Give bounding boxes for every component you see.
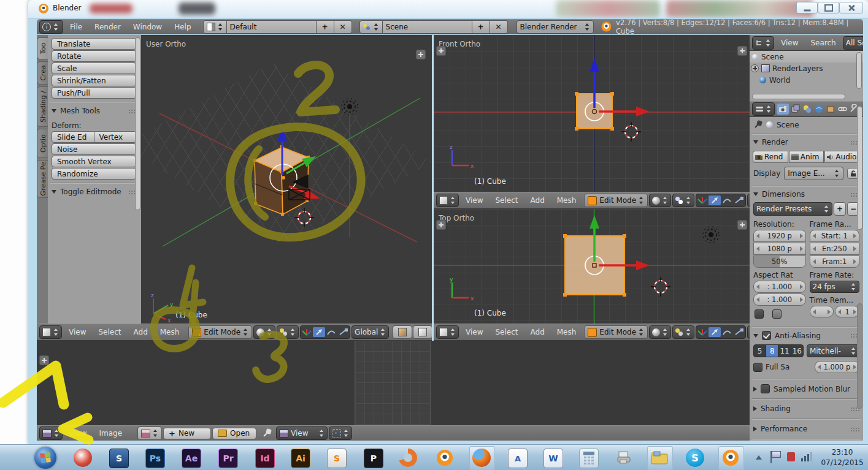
mode-dropdown[interactable]: Edit Mode	[584, 194, 648, 207]
viewport-shading-dropdown[interactable]	[253, 325, 275, 339]
action-center-flag-icon[interactable]	[770, 451, 772, 463]
editor-type-button[interactable]	[436, 194, 459, 207]
shrink-fatten-button[interactable]: Shrink/Fatten	[52, 75, 136, 86]
menu-file[interactable]: File	[64, 23, 88, 31]
tab-render-layers[interactable]	[791, 104, 801, 114]
viewport-top-ortho[interactable]: y x Top Ortho (1) Cube	[434, 209, 750, 324]
properties-scrollbar[interactable]	[857, 106, 862, 230]
editor-type-button[interactable]	[39, 325, 62, 339]
tab-shading[interactable]: Shading /	[37, 86, 48, 127]
manipulator-axes-icon[interactable]	[696, 195, 709, 205]
region-expand-icon[interactable]	[436, 46, 446, 56]
editor-type-button[interactable]	[752, 36, 774, 50]
editor-type-button[interactable]	[752, 102, 775, 116]
screen-layout-icon-button[interactable]	[203, 20, 227, 34]
frame-start-field[interactable]: Start: 1	[810, 230, 859, 242]
translate-manipulator-icon[interactable]	[709, 327, 721, 337]
blender-active-icon[interactable]	[721, 449, 740, 467]
transform-orientation-dropdown[interactable]: Global	[351, 325, 389, 339]
rotate-manipulator-icon[interactable]	[325, 327, 337, 337]
region-expand-icon[interactable]	[416, 50, 426, 59]
mesh-menu[interactable]: Mesh	[551, 196, 582, 205]
uv-pivot-dropdown[interactable]	[329, 426, 352, 440]
tab-world[interactable]	[814, 104, 824, 114]
resolution-y-field[interactable]: 1080 p	[753, 243, 806, 255]
mesh-tools-panel-header[interactable]: Mesh Tools	[48, 105, 141, 116]
scene-icon-button[interactable]	[359, 20, 383, 34]
panel-grip-icon[interactable]	[850, 427, 859, 431]
view-menu[interactable]: View	[63, 328, 91, 336]
indesign-icon[interactable]: Id	[255, 449, 275, 468]
pin-icon[interactable]	[753, 120, 762, 129]
time-remap-old-field[interactable]	[810, 306, 834, 317]
aa-filter-dropdown[interactable]: Mitchell-	[807, 344, 859, 357]
close-button[interactable]	[839, 2, 863, 13]
pivot-point-dropdown[interactable]	[672, 325, 694, 339]
aa-samples-11[interactable]: 11	[778, 345, 791, 357]
select-menu[interactable]: Select	[93, 328, 126, 336]
pivot-point-dropdown[interactable]	[277, 325, 299, 339]
render-panel-header[interactable]: Render	[750, 137, 863, 147]
tab-object[interactable]	[826, 104, 835, 114]
tool-shelf-scrollbar[interactable]	[135, 37, 140, 210]
window-titlebar[interactable]: Blender	[28, 0, 868, 18]
calculator-icon[interactable]	[579, 449, 599, 468]
region-expand-icon[interactable]	[39, 355, 49, 365]
premiere-icon[interactable]: Pr	[218, 449, 238, 468]
render-engine-dropdown[interactable]: Blender Render	[517, 20, 594, 34]
push-pull-button[interactable]: Push/Pull	[52, 87, 136, 99]
time-remap-new-field[interactable]: 1	[835, 306, 859, 317]
outliner-filter-dropdown[interactable]: All Sc	[843, 36, 863, 50]
render-opengl-anim-button[interactable]	[413, 325, 432, 339]
aa-samples-8-selected[interactable]: 8	[766, 345, 778, 357]
view-menu[interactable]: View	[460, 196, 488, 205]
view-menu[interactable]: View	[460, 328, 488, 336]
clock[interactable]: 23:10 07/12/2015	[820, 447, 865, 468]
properties-scrollbar-track[interactable]	[857, 303, 862, 409]
uv-image-editor[interactable]	[37, 341, 750, 425]
delete-scene-button[interactable]: ✕	[490, 20, 508, 34]
smooth-vertex-button[interactable]: Smooth Vertex	[52, 156, 136, 167]
expand-icon[interactable]	[751, 64, 759, 72]
rotate-manipulator-icon[interactable]	[721, 327, 733, 337]
outliner-item-world[interactable]: World	[750, 74, 863, 86]
pivot-point-dropdown[interactable]	[672, 194, 694, 207]
render-presets-dropdown[interactable]: Render Presets	[753, 202, 832, 216]
illustrator-icon[interactable]: Ai	[291, 449, 310, 468]
resolution-x-field[interactable]: 1920 p	[753, 230, 806, 242]
tray-red-icon[interactable]	[787, 452, 795, 461]
viewport-front-ortho[interactable]: z x Front Ortho (1) Cube	[434, 35, 750, 192]
menu-window[interactable]: Window	[128, 23, 167, 31]
manipulator-axes-icon[interactable]	[696, 327, 709, 337]
screen-layout-name-field[interactable]: Default	[227, 20, 317, 34]
menu-render[interactable]: Render	[89, 23, 126, 31]
noise-button[interactable]: Noise	[52, 143, 136, 155]
translate-manipulator-icon[interactable]	[709, 195, 721, 205]
wordpad-icon[interactable]: A	[508, 449, 528, 468]
filter-size-field[interactable]: 1.000 p	[815, 361, 859, 373]
vertex-slide-button[interactable]: Vertex	[94, 131, 137, 143]
region-expand-icon[interactable]	[737, 46, 747, 56]
anti-aliasing-panel-header[interactable]: Anti-Aliasing	[750, 330, 863, 341]
outliner-horizontal-scrollbar[interactable]	[752, 94, 845, 99]
render-opengl-button[interactable]	[393, 325, 412, 339]
firefox-icon[interactable]	[472, 449, 491, 467]
aa-samples-5[interactable]: 5	[754, 345, 766, 357]
uv-view-dropdown[interactable]: View	[276, 426, 328, 440]
scale-manipulator-icon[interactable]	[733, 195, 745, 205]
image-open-button[interactable]: Open	[212, 428, 256, 439]
outliner-vertical-scrollbar[interactable]	[856, 52, 862, 89]
tab-render-active[interactable]	[777, 104, 789, 115]
resolution-percentage-slider[interactable]: 50%	[753, 256, 806, 268]
sublime-icon[interactable]: S	[327, 449, 347, 468]
outliner-item-scene[interactable]: Scene	[750, 51, 863, 63]
shading-panel-header[interactable]: Shading	[750, 402, 863, 415]
tab-tools[interactable]: Too	[37, 37, 48, 59]
display-mode-dropdown[interactable]: Image E...	[784, 167, 843, 180]
render-audio-button[interactable]: Audio	[824, 151, 860, 163]
scene-name-field[interactable]: Scene	[383, 20, 472, 34]
frame-end-field[interactable]: En:250	[810, 243, 859, 255]
rotate-button[interactable]: Rotate	[52, 50, 136, 62]
select-menu[interactable]: Select	[490, 196, 523, 205]
region-expand-icon[interactable]	[436, 220, 446, 230]
